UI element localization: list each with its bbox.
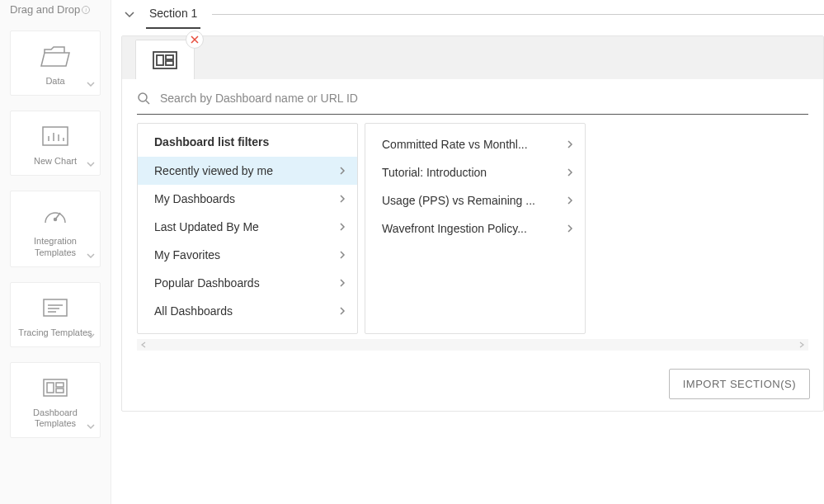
dashboard-item-label: Committed Rate vs Monthl... bbox=[382, 138, 528, 151]
section-title[interactable]: Section 1 bbox=[146, 0, 200, 29]
filter-item-label: Popular Dashboards bbox=[154, 276, 260, 290]
svg-rect-17 bbox=[166, 55, 173, 59]
scroll-right-icon bbox=[798, 341, 805, 348]
tab-dashboard-templates[interactable] bbox=[135, 40, 195, 79]
panel: Dashboard list filters Recently viewed b… bbox=[121, 35, 824, 412]
palette-data[interactable]: Data bbox=[10, 31, 101, 96]
section-header: Section 1 bbox=[121, 0, 824, 29]
dashboard-icon bbox=[153, 51, 177, 69]
search-icon bbox=[137, 92, 150, 105]
palette-tracing-templates[interactable]: Tracing Templates bbox=[10, 282, 101, 347]
svg-rect-18 bbox=[166, 61, 173, 65]
filter-item-label: My Favorites bbox=[154, 248, 220, 261]
chevron-right-icon bbox=[567, 167, 573, 177]
chevron-down-icon bbox=[87, 424, 95, 429]
panel-footer: IMPORT SECTION(S) bbox=[122, 360, 823, 411]
sidebar-title: Drag and Drop i bbox=[10, 0, 101, 16]
chevron-right-icon bbox=[567, 195, 573, 205]
svg-rect-0 bbox=[43, 127, 68, 145]
filter-item[interactable]: My Favorites bbox=[138, 241, 357, 269]
filter-item-label: Recently viewed by me bbox=[154, 164, 273, 177]
chevron-right-icon bbox=[339, 250, 346, 260]
dashboard-item-label: Usage (PPS) vs Remaining ... bbox=[382, 194, 535, 207]
svg-point-19 bbox=[139, 93, 147, 101]
dashboard-item[interactable]: Tutorial: Introduction bbox=[365, 158, 585, 186]
filters-heading: Dashboard list filters bbox=[138, 124, 357, 157]
filter-item-label: My Dashboards bbox=[154, 192, 235, 205]
chevron-down-icon bbox=[87, 333, 95, 338]
tracing-icon bbox=[43, 296, 68, 319]
filters-column: Dashboard list filters Recently viewed b… bbox=[137, 123, 358, 334]
svg-rect-12 bbox=[47, 383, 54, 393]
filter-item-label: Last Updated By Me bbox=[154, 220, 259, 233]
palette-dashboard-templates[interactable]: Dashboard Templates bbox=[10, 362, 101, 438]
dashboard-item[interactable]: Committed Rate vs Monthl... bbox=[365, 130, 585, 158]
palette-label: Tracing Templates bbox=[18, 327, 92, 338]
filter-item[interactable]: All Dashboards bbox=[138, 297, 357, 325]
dashboard-item[interactable]: Usage (PPS) vs Remaining ... bbox=[365, 186, 585, 214]
dashboard-item-label: Wavefront Ingestion Policy... bbox=[382, 222, 527, 235]
palette-integration-templates[interactable]: Integration Templates bbox=[10, 191, 101, 266]
chevron-right-icon bbox=[339, 194, 346, 204]
results-column: Committed Rate vs Monthl...Tutorial: Int… bbox=[365, 123, 586, 334]
dashboard-icon bbox=[43, 376, 68, 399]
close-icon[interactable] bbox=[186, 31, 204, 49]
filter-item[interactable]: Popular Dashboards bbox=[138, 269, 357, 297]
scroll-left-icon bbox=[140, 341, 147, 348]
chart-icon bbox=[42, 125, 68, 148]
dashboard-item-label: Tutorial: Introduction bbox=[382, 166, 487, 179]
info-icon[interactable]: i bbox=[82, 6, 90, 14]
svg-rect-16 bbox=[157, 55, 163, 65]
chevron-down-icon bbox=[87, 82, 95, 87]
section-divider bbox=[212, 14, 824, 15]
filter-item[interactable]: Last Updated By Me bbox=[138, 213, 357, 241]
folder-icon bbox=[40, 45, 71, 68]
chevron-right-icon bbox=[339, 222, 346, 232]
svg-rect-14 bbox=[56, 389, 64, 393]
sidebar-title-text: Drag and Drop bbox=[10, 3, 80, 16]
palette-new-chart[interactable]: New Chart bbox=[10, 111, 101, 176]
svg-rect-7 bbox=[44, 299, 67, 316]
search-row bbox=[137, 87, 808, 115]
svg-line-20 bbox=[146, 101, 149, 104]
chevron-down-icon bbox=[87, 162, 95, 167]
search-input[interactable] bbox=[158, 91, 808, 106]
gauge-icon bbox=[43, 205, 68, 228]
filter-item[interactable]: Recently viewed by me bbox=[138, 157, 357, 185]
section-collapse-toggle[interactable] bbox=[125, 12, 134, 18]
horizontal-scrollbar[interactable] bbox=[137, 339, 808, 351]
palette-label: Data bbox=[45, 76, 64, 87]
svg-point-6 bbox=[54, 219, 57, 221]
panel-body: Dashboard list filters Recently viewed b… bbox=[122, 79, 823, 360]
dashboard-item[interactable]: Wavefront Ingestion Policy... bbox=[365, 214, 585, 243]
chevron-right-icon bbox=[567, 139, 573, 149]
chevron-down-icon bbox=[87, 253, 95, 258]
main: Section 1 bbox=[111, 0, 824, 504]
chevron-right-icon bbox=[339, 306, 346, 316]
filter-item[interactable]: My Dashboards bbox=[138, 185, 357, 213]
filter-item-label: All Dashboards bbox=[154, 304, 233, 318]
palette-label: Dashboard Templates bbox=[16, 407, 95, 429]
tabstrip bbox=[122, 36, 823, 79]
chevron-right-icon bbox=[339, 166, 346, 176]
svg-rect-13 bbox=[56, 383, 64, 387]
sidebar: Drag and Drop i Data bbox=[0, 0, 111, 504]
chevron-right-icon bbox=[567, 224, 573, 233]
palette-label: Integration Templates bbox=[16, 236, 95, 257]
chevron-right-icon bbox=[339, 278, 346, 288]
import-sections-button[interactable]: IMPORT SECTION(S) bbox=[669, 369, 810, 399]
lists: Dashboard list filters Recently viewed b… bbox=[137, 123, 808, 334]
palette-label: New Chart bbox=[34, 156, 77, 167]
